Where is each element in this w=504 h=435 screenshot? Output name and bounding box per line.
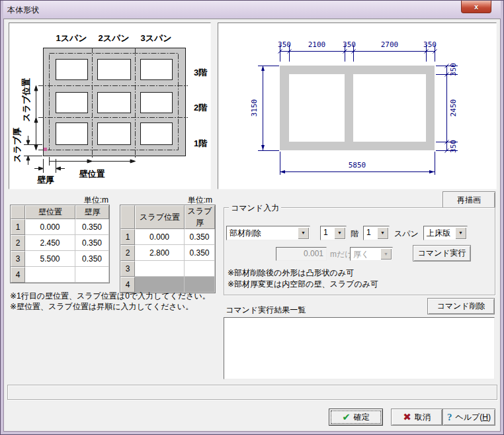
table-row: 1 0.000 0.350 [120, 229, 215, 245]
cancel-button[interactable]: ✖ 取消 [391, 409, 442, 426]
window-title: 本体形状 [7, 5, 39, 16]
command-input-group-title: コマンド入力 [229, 203, 281, 214]
dialog-client-area: 1スパン 2スパン 3スパン 3階 2階 1階 スラブ位置 スラブ厚 壁位置 壁… [3, 19, 501, 432]
wall-thk-cell[interactable]: 0.350 [75, 251, 109, 267]
wall-pos-cell[interactable]: 2.450 [25, 235, 75, 251]
slab-thickness-header: スラブ厚 [185, 205, 215, 229]
span-select-value: 1 [366, 228, 371, 237]
command-select[interactable]: 部材削除 ▼ [226, 226, 310, 240]
dim-top-4: 2700 [381, 40, 399, 49]
status-strip [7, 385, 497, 400]
slab-table-corner [120, 205, 135, 229]
slab-thk-cell[interactable]: 0.350 [185, 245, 215, 261]
wall-pos-cell[interactable] [25, 267, 75, 283]
wall-thk-cell[interactable]: 0.350 [75, 219, 109, 235]
dim-right-bottom: 350 [449, 140, 458, 153]
command-result-list[interactable] [224, 317, 495, 379]
floor-label-2: 2階 [194, 102, 207, 114]
span-suffix-label: スパン [394, 228, 419, 240]
check-icon: ✔ [342, 411, 351, 423]
wall-thickness-header: 壁厚 [75, 205, 109, 219]
cancel-x-icon: ✖ [403, 411, 411, 423]
plan-drawing [9, 23, 212, 190]
slab-thk-cell[interactable] [185, 261, 215, 277]
dim-top-2: 2100 [308, 40, 326, 49]
row-number: 2 [120, 245, 135, 261]
member-select[interactable]: 上床版 ▼ [423, 226, 468, 240]
table-row: 3 5.500 0.350 [11, 251, 109, 267]
command-execute-button[interactable]: コマンド実行 [413, 245, 471, 262]
close-icon: x [474, 3, 478, 11]
wall-table-corner [11, 205, 25, 219]
slab-thk-cell[interactable]: 0.350 [185, 229, 215, 245]
wall-position-header: 壁位置 [25, 205, 75, 219]
dim-top-3: 350 [343, 40, 356, 49]
slab-thickness-label: スラブ厚 [11, 128, 23, 163]
titlebar[interactable]: 本体形状 x [3, 1, 501, 19]
row-number: 1 [120, 229, 135, 245]
span-label-2: 2スパン [98, 32, 129, 44]
plan-diagram-panel: 1スパン 2スパン 3スパン 3階 2階 1階 スラブ位置 スラブ厚 壁位置 壁… [9, 23, 211, 189]
span-select[interactable]: 1 ▼ [363, 226, 390, 240]
table-note-2: ※壁位置、スラブ位置は昇順に入力してください。 [10, 301, 193, 312]
row-number: 4 [11, 267, 25, 283]
dialog-window: 本体形状 x [0, 0, 504, 435]
table-row: 3 [120, 261, 215, 277]
chevron-down-icon: ▼ [380, 248, 392, 260]
close-button[interactable]: x [461, 1, 491, 13]
direction-select-value: 厚く [353, 249, 369, 260]
wall-position-label: 壁位置 [79, 168, 105, 180]
command-input-group: 部材削除 ▼ 1 ▼ 階 1 ▼ スパン 上床版 ▼ 0.001 mだけ 厚く … [224, 207, 495, 295]
floor-suffix-label: 階 [351, 228, 358, 240]
wall-pos-cell[interactable]: 0.000 [25, 219, 75, 235]
row-number: 1 [11, 219, 25, 235]
span-label-3: 3スパン [140, 32, 171, 44]
dim-right-mid: 2450 [449, 99, 458, 117]
wall-pos-cell[interactable]: 5.500 [25, 251, 75, 267]
slab-table: スラブ位置 スラブ厚 1 0.000 0.350 2 2.800 0.350 3… [120, 205, 216, 293]
wall-table: 壁位置 壁厚 1 0.000 0.350 2 2.450 0.350 3 5.5… [10, 205, 110, 283]
row-number: 3 [11, 251, 25, 267]
floor-select[interactable]: 1 ▼ [320, 226, 347, 240]
amount-input: 0.001 [276, 247, 327, 261]
command-note-1: ※部材削除後の外形は凸形状のみ可 [228, 267, 354, 278]
command-note-2: ※部材厚変更は内空部の壁、スラブのみ可 [228, 279, 378, 289]
section-diagram-panel: 350 2100 350 2700 350 3150 350 2450 350 … [218, 23, 497, 189]
dim-top-1: 350 [278, 40, 291, 49]
row-number: 3 [120, 261, 135, 277]
wall-thk-cell[interactable] [75, 267, 109, 283]
chevron-down-icon[interactable]: ▼ [377, 227, 388, 239]
table-note-1: ※1行目の壁位置、スラブ位置は0で入力してください。 [10, 291, 210, 301]
confirm-button[interactable]: ✔ 確定 [329, 409, 383, 426]
help-button[interactable]: ? ヘルプ(H) [442, 409, 495, 426]
help-label: ヘルプ(H) [456, 412, 491, 423]
chevron-down-icon[interactable]: ▼ [298, 227, 309, 239]
slab-position-label: スラブ位置 [21, 78, 32, 122]
chevron-down-icon[interactable]: ▼ [334, 227, 345, 239]
command-select-value: 部材削除 [230, 228, 261, 239]
floor-label-3: 3階 [194, 67, 207, 79]
slab-position-header: スラブ位置 [135, 205, 185, 229]
command-delete-button[interactable]: コマンド削除 [427, 298, 495, 314]
wall-thk-cell[interactable]: 0.350 [75, 235, 109, 251]
slab-pos-cell[interactable]: 0.000 [135, 229, 185, 245]
table-row: 2 2.800 0.350 [120, 245, 215, 261]
slab-pos-cell[interactable]: 2.800 [135, 245, 185, 261]
table-row: 2 2.450 0.350 [11, 235, 109, 251]
table-row: 4 [11, 267, 109, 283]
table-row: 1 0.000 0.350 [11, 219, 109, 235]
slab-pos-cell[interactable] [135, 261, 185, 277]
dim-bottom-width: 5850 [349, 161, 366, 169]
dim-top-5: 350 [423, 40, 437, 49]
row-number: 2 [11, 235, 25, 251]
floor-label-1: 1階 [194, 138, 207, 150]
wall-thickness-label: 壁厚 [37, 174, 54, 186]
chevron-down-icon[interactable]: ▼ [455, 227, 466, 239]
help-question-icon: ? [447, 412, 452, 423]
member-select-value: 上床版 [427, 228, 450, 239]
command-result-label: コマンド実行結果一覧 [226, 305, 306, 316]
floor-select-value: 1 [323, 228, 328, 237]
span-label-1: 1スパン [56, 32, 87, 44]
redraw-button[interactable]: 再描画 [442, 191, 495, 209]
direction-select: 厚く ▼ [350, 247, 393, 261]
